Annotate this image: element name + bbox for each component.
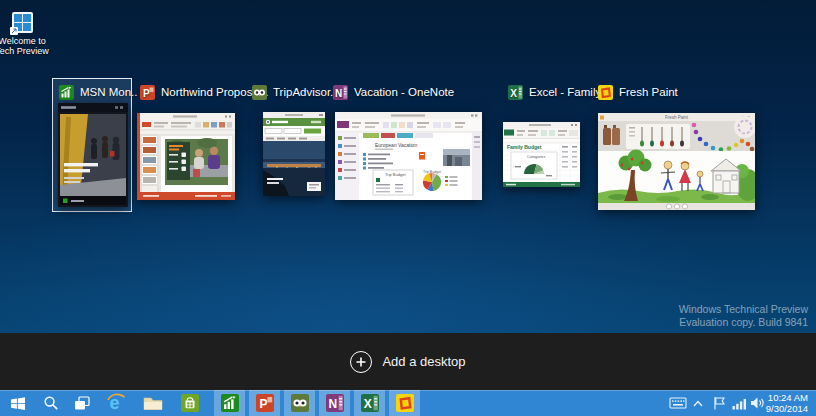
search-icon <box>43 395 59 411</box>
powerpoint-preview <box>137 113 235 200</box>
window-thumbnail-powerpoint[interactable] <box>137 113 235 200</box>
taskbar-onenote-button[interactable]: N <box>319 390 350 416</box>
window-thumbnail-onenote[interactable]: European Vacation Trip Budget Trip Budge… <box>335 112 482 200</box>
svg-text:N: N <box>335 87 342 98</box>
store-button[interactable] <box>175 390 205 416</box>
desktop-strip: Add a desktop <box>0 333 816 390</box>
msn-money-icon <box>221 394 239 412</box>
file-explorer-button[interactable] <box>138 390 168 416</box>
volume-icon <box>750 396 765 410</box>
onenote-preview: European Vacation Trip Budget Trip Budge… <box>335 112 482 200</box>
window-thumbnail-msn-money[interactable] <box>58 103 128 207</box>
windows-start-icon <box>10 396 26 411</box>
onenote-page-title: European Vacation <box>375 142 417 148</box>
window-thumbnail-tripadvisor[interactable] <box>263 112 325 196</box>
fresh-paint-icon <box>396 394 414 412</box>
task-view-label-fresh-paint[interactable]: Fresh Paint <box>598 84 678 100</box>
action-center-button[interactable] <box>710 390 728 416</box>
taskbar-powerpoint-button[interactable]: P <box>249 390 280 416</box>
clock-time: 10:24 AM <box>764 392 808 403</box>
desktop-shortcut-welcome[interactable]: Welcome to Tech Preview <box>0 12 50 56</box>
window-title-text: MSN Mon.. <box>80 86 138 98</box>
search-button[interactable] <box>36 390 66 416</box>
taskbar-clock[interactable]: 10:24 AM 9/30/2014 <box>764 390 808 416</box>
task-view-screen: Welcome to Tech Preview MSN Mon.. <box>0 0 816 416</box>
fresh-paint-preview: Fresh Paint <box>598 113 755 210</box>
task-view-button[interactable] <box>68 390 96 416</box>
add-desktop-label: Add a desktop <box>382 354 465 369</box>
onenote-icon: N <box>333 85 348 100</box>
chevron-up-icon <box>693 400 703 407</box>
window-thumbnail-fresh-paint[interactable]: Fresh Paint <box>598 113 755 210</box>
task-view-label-excel[interactable]: X Excel - Family... <box>508 84 610 100</box>
add-desktop-button[interactable]: Add a desktop <box>350 351 465 373</box>
onenote-chart-title: Trip Budget <box>423 170 441 174</box>
task-view-label-tripadvisor[interactable]: TripAdvisor... <box>252 84 340 100</box>
onenote-icon: N <box>326 394 344 412</box>
start-button[interactable] <box>0 390 36 416</box>
fresh-paint-window-title: Fresh Paint <box>665 115 689 120</box>
store-icon <box>181 394 199 412</box>
window-title-text: TripAdvisor... <box>273 86 340 98</box>
taskbar-msn-money-button[interactable] <box>214 390 245 416</box>
touch-keyboard-button[interactable] <box>666 390 690 416</box>
powerpoint-icon: P <box>256 394 274 412</box>
fresh-paint-icon <box>598 85 613 100</box>
network-button[interactable] <box>730 390 748 416</box>
touch-keyboard-icon <box>669 396 687 410</box>
file-explorer-icon <box>143 395 163 411</box>
excel-icon: X <box>361 394 379 412</box>
excel-sheet-title: Family Budget <box>507 144 542 150</box>
network-signal-icon <box>732 397 747 410</box>
svg-text:P: P <box>143 87 150 98</box>
window-thumbnail-excel[interactable]: Family Budget Categories <box>503 122 580 187</box>
powerpoint-icon: P <box>140 85 155 100</box>
taskbar: e <box>0 390 816 416</box>
task-view-label-msn-money[interactable]: MSN Mon.. <box>59 84 138 100</box>
tripadvisor-icon <box>252 85 267 100</box>
taskbar-excel-button[interactable]: X <box>354 390 385 416</box>
plus-circle-icon <box>350 351 372 373</box>
shortcut-label: Welcome to Tech Preview <box>0 36 50 56</box>
task-view-label-onenote[interactable]: N Vacation - OneNote <box>333 84 454 100</box>
svg-text:N: N <box>328 397 337 411</box>
hidden-icons-chevron[interactable] <box>690 390 706 416</box>
excel-chart-title: Categories <box>527 155 545 159</box>
window-title-text: Fresh Paint <box>619 86 678 98</box>
excel-icon: X <box>508 85 523 100</box>
window-title-text: Vacation - OneNote <box>354 86 454 98</box>
tripadvisor-preview <box>263 112 325 196</box>
svg-text:X: X <box>363 397 371 411</box>
taskbar-tripadvisor-button[interactable] <box>284 390 315 416</box>
shortcut-arrow-icon <box>10 27 18 35</box>
msn-money-icon <box>59 85 74 100</box>
svg-text:P: P <box>259 397 267 411</box>
internet-explorer-icon: e <box>105 392 127 414</box>
task-view-label-powerpoint[interactable]: P Northwind Proposa... <box>140 84 268 100</box>
internet-explorer-button[interactable]: e <box>100 390 132 416</box>
svg-text:X: X <box>510 87 517 98</box>
taskbar-fresh-paint-button[interactable] <box>389 390 420 416</box>
clock-date: 9/30/2014 <box>764 403 808 414</box>
task-view-icon <box>74 396 90 411</box>
msn-money-preview <box>58 103 128 207</box>
tripadvisor-icon <box>291 394 309 412</box>
flag-icon <box>713 396 726 410</box>
build-watermark: Windows Technical Preview Evaluation cop… <box>679 303 808 329</box>
onenote-budget-title: Trip Budget <box>385 172 406 177</box>
windows-logo-icon <box>12 12 33 33</box>
excel-preview: Family Budget Categories <box>503 122 580 187</box>
